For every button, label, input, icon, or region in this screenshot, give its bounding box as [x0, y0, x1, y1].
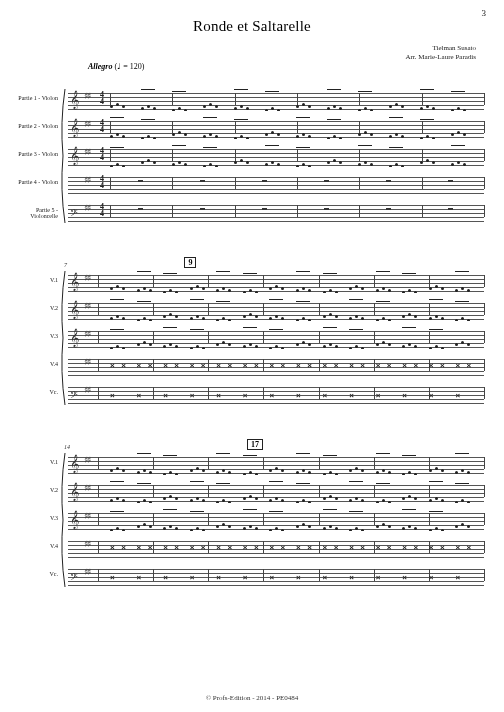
barline: [484, 485, 485, 497]
staff-row: 𝄞♯♯××××××××××××××××××××××××××××: [68, 355, 484, 377]
rehearsal-mark: 17: [247, 439, 263, 450]
staff-row: 𝄞♯♯: [68, 509, 484, 531]
tempo-word: Allegro: [88, 62, 112, 71]
credits-block: Tielman Susato Arr. Marie-Laure Paradis: [405, 44, 476, 62]
part-label: V.4: [18, 543, 58, 549]
barline: [98, 457, 99, 469]
system-brace: [60, 89, 66, 223]
barline: [98, 275, 99, 287]
part-label: V.3: [18, 515, 58, 521]
barline: [98, 303, 99, 315]
barline: [98, 569, 99, 581]
part-label: Partie 4 - Violon: [18, 179, 58, 185]
barline: [484, 275, 485, 287]
part-label: V.2: [18, 487, 58, 493]
barline: [484, 177, 485, 189]
barline: [98, 485, 99, 497]
staff-row: 𝄢♯♯××××××××××××××: [68, 565, 484, 587]
part-label: Partie 1 - Violon: [18, 95, 58, 101]
staff-row: 𝄞♯♯: [68, 453, 484, 475]
system-2: 79V.1V.2V.3V.4Vc.𝄞♯♯𝄞♯♯𝄞♯♯𝄞♯♯×××××××××××…: [20, 271, 484, 405]
tempo-bpm: 120: [130, 62, 142, 71]
tempo-expr: (♩ = 120): [114, 62, 144, 71]
part-label: V.1: [18, 277, 58, 283]
part-label: Partie 5 - Violoncelle: [18, 207, 58, 219]
page-footer: © Profs-Edition - 2014 - PE0484: [0, 694, 504, 702]
staff-row: 𝄞♯♯: [68, 271, 484, 293]
system-brace: [60, 453, 66, 587]
barline: [484, 205, 485, 217]
staff-row: 𝄞♯♯44: [68, 89, 484, 111]
system-brace: [60, 271, 66, 405]
page-number: 3: [482, 8, 487, 18]
barline: [98, 541, 99, 553]
barline: [98, 359, 99, 371]
system-3: 1417V.1V.2V.3V.4Vc.𝄞♯♯𝄞♯♯𝄞♯♯𝄞♯♯×××××××××…: [20, 453, 484, 587]
barline: [98, 513, 99, 525]
staff-row: 𝄢♯♯××××××××××××××: [68, 383, 484, 405]
barline: [98, 331, 99, 343]
barline: [484, 457, 485, 469]
rehearsal-mark: 9: [184, 257, 196, 268]
systems-container: Partie 1 - ViolonPartie 2 - ViolonPartie…: [20, 89, 484, 587]
part-label: V.1: [18, 459, 58, 465]
tempo-marking: Allegro (♩ = 120): [88, 62, 144, 71]
part-label: V.2: [18, 305, 58, 311]
barline: [484, 121, 485, 133]
staves: 𝄞♯♯44𝄞♯♯44𝄞♯♯44𝄞♯♯44𝄢♯♯44: [68, 89, 484, 223]
staves: 𝄞♯♯𝄞♯♯𝄞♯♯𝄞♯♯××××××××××××××××××××××××××××…: [68, 271, 484, 405]
arranger-name: Arr. Marie-Laure Paradis: [405, 53, 476, 62]
composer-name: Tielman Susato: [405, 44, 476, 53]
part-label: Partie 2 - Violon: [18, 123, 58, 129]
staves: 𝄞♯♯𝄞♯♯𝄞♯♯𝄞♯♯××××××××××××××××××××××××××××…: [68, 453, 484, 587]
system-1: Partie 1 - ViolonPartie 2 - ViolonPartie…: [20, 89, 484, 223]
tempo-beat-icon: ♩: [117, 62, 121, 71]
piece-title: Ronde et Saltarelle: [20, 18, 484, 35]
bar-number: 7: [64, 262, 67, 268]
barline: [484, 569, 485, 581]
staff-row: 𝄞♯♯: [68, 481, 484, 503]
staff-row: 𝄞♯♯44: [68, 145, 484, 167]
bar-number: 14: [64, 444, 70, 450]
staff-row: 𝄞♯♯××××××××××××××××××××××××××××: [68, 537, 484, 559]
barline: [484, 93, 485, 105]
part-label: V.3: [18, 333, 58, 339]
staff-row: 𝄞♯♯: [68, 327, 484, 349]
part-label: Vc.: [18, 571, 58, 577]
barline: [98, 387, 99, 399]
barline: [484, 513, 485, 525]
score-page: 3 Ronde et Saltarelle Tielman Susato Arr…: [0, 0, 504, 712]
part-label: Partie 3 - Violon: [18, 151, 58, 157]
staff-row: 𝄢♯♯44: [68, 201, 484, 223]
barline: [484, 541, 485, 553]
part-label: Vc.: [18, 389, 58, 395]
barline: [484, 359, 485, 371]
barline: [484, 303, 485, 315]
staff-row: 𝄞♯♯44: [68, 117, 484, 139]
barline: [484, 387, 485, 399]
staff-row: 𝄞♯♯: [68, 299, 484, 321]
barline: [484, 149, 485, 161]
barline: [484, 331, 485, 343]
staff-row: 𝄞♯♯44: [68, 173, 484, 195]
part-label: V.4: [18, 361, 58, 367]
